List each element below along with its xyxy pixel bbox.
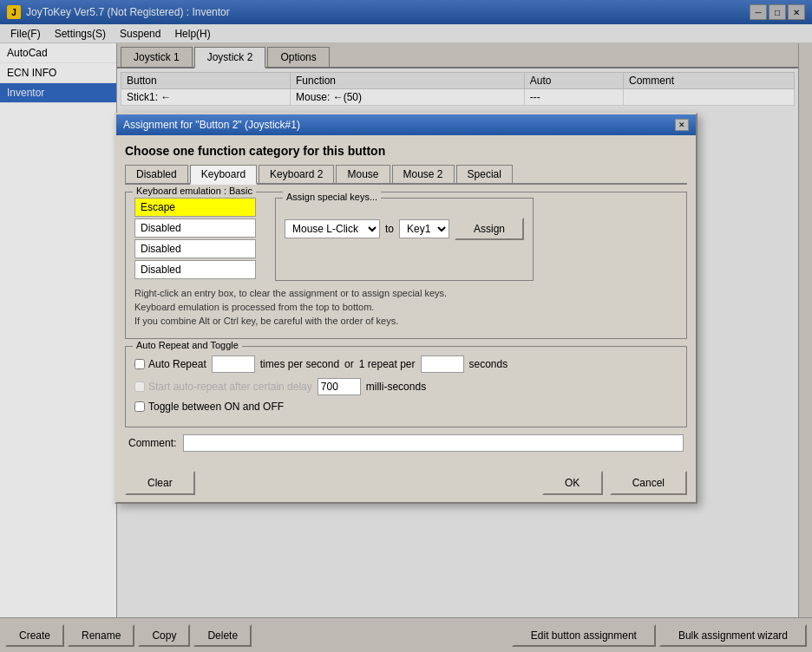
info-line-2: Keyboard emulation is processed from the… [134, 302, 678, 312]
kb-emul-area: Escape Disabled Disabled Disabled Assign… [134, 198, 678, 281]
auto-delay-label: Start auto-repeat after certain delay [134, 381, 312, 393]
info-line-1: Right-click an entry box, to clear the a… [134, 288, 678, 298]
times-per-second-input[interactable] [212, 355, 255, 373]
tab-mouse[interactable]: Mouse [336, 165, 390, 183]
modal-heading: Choose one function category for this bu… [125, 144, 687, 158]
assign-special-section: Assign special keys... Mouse L-Click Mou… [275, 198, 534, 281]
ms-label: milli-seconds [366, 381, 426, 393]
comment-row: Comment: [125, 434, 687, 452]
seconds-label: seconds [469, 358, 508, 370]
modal-close-button[interactable]: ✕ [675, 119, 689, 131]
assign-row: Mouse L-Click Mouse R-Click Mouse M-Clic… [285, 218, 524, 240]
or-label: or [344, 358, 354, 370]
keyboard-emulation-section: Keyboard emulation : Basic Escape Disabl… [125, 192, 687, 339]
assignment-modal: Assignment for "Button 2" (Joystick#1) ✕… [115, 113, 697, 504]
from-select[interactable]: Mouse L-Click Mouse R-Click Mouse M-Clic… [285, 219, 380, 238]
toggle-checkbox[interactable] [134, 401, 145, 412]
tab-special[interactable]: Special [456, 165, 513, 183]
key-list: Escape Disabled Disabled Disabled [134, 198, 256, 281]
clear-button[interactable]: Clear [125, 471, 195, 495]
comment-input[interactable] [183, 434, 684, 452]
auto-delay-text: Start auto-repeat after certain delay [148, 381, 312, 393]
modal-content: Choose one function category for this bu… [116, 135, 696, 467]
ms-input[interactable] [318, 378, 361, 395]
assign-button[interactable]: Assign [455, 218, 524, 240]
tab-keyboard[interactable]: Keyboard [190, 165, 257, 185]
auto-repeat-checkbox-label: Auto Repeat [134, 358, 206, 370]
auto-repeat-checkbox[interactable] [134, 359, 145, 369]
to-select[interactable]: Key1 Key2 Key3 Key4 [399, 219, 449, 238]
modal-footer: Clear OK Cancel [116, 467, 696, 502]
auto-delay-checkbox[interactable] [134, 381, 145, 392]
auto-repeat-section: Auto Repeat and Toggle Auto Repeat times… [125, 346, 687, 427]
tab-mouse2[interactable]: Mouse 2 [392, 165, 455, 183]
toggle-row: Toggle between ON and OFF [134, 401, 678, 413]
modal-title-bar: Assignment for "Button 2" (Joystick#1) ✕ [116, 114, 696, 135]
category-tab-bar: Disabled Keyboard Keyboard 2 Mouse Mouse… [125, 165, 687, 185]
repeat-per-label: 1 repeat per [359, 358, 416, 370]
assign-special-legend: Assign special keys... [283, 192, 381, 202]
tab-disabled[interactable]: Disabled [125, 165, 188, 183]
toggle-text: Toggle between ON and OFF [148, 401, 284, 413]
toggle-label: Toggle between ON and OFF [134, 401, 284, 413]
info-line-3: If you combine Alt or Ctrl key, be caref… [134, 316, 678, 326]
auto-repeat-row: Auto Repeat times per second or 1 repeat… [134, 355, 678, 373]
to-label: to [385, 223, 394, 235]
modal-overlay: Assignment for "Button 2" (Joystick#1) ✕… [0, 0, 812, 652]
key-entry-0[interactable]: Escape [134, 198, 256, 217]
auto-delay-row: Start auto-repeat after certain delay mi… [134, 378, 678, 395]
cancel-button[interactable]: Cancel [610, 471, 687, 495]
key-entry-3[interactable]: Disabled [134, 260, 256, 279]
repeat-per-input[interactable] [421, 355, 464, 373]
auto-repeat-label: Auto Repeat [148, 358, 206, 370]
key-entry-1[interactable]: Disabled [134, 218, 256, 238]
comment-label: Comment: [128, 437, 176, 449]
key-entry-2[interactable]: Disabled [134, 239, 256, 258]
tab-keyboard2[interactable]: Keyboard 2 [259, 165, 334, 183]
auto-repeat-legend: Auto Repeat and Toggle [133, 340, 242, 350]
modal-title-text: Assignment for "Button 2" (Joystick#1) [123, 119, 300, 131]
keyboard-emulation-legend: Keyboard emulation : Basic [133, 186, 256, 196]
ok-button[interactable]: OK [542, 471, 603, 495]
times-per-second-label: times per second [260, 358, 339, 370]
